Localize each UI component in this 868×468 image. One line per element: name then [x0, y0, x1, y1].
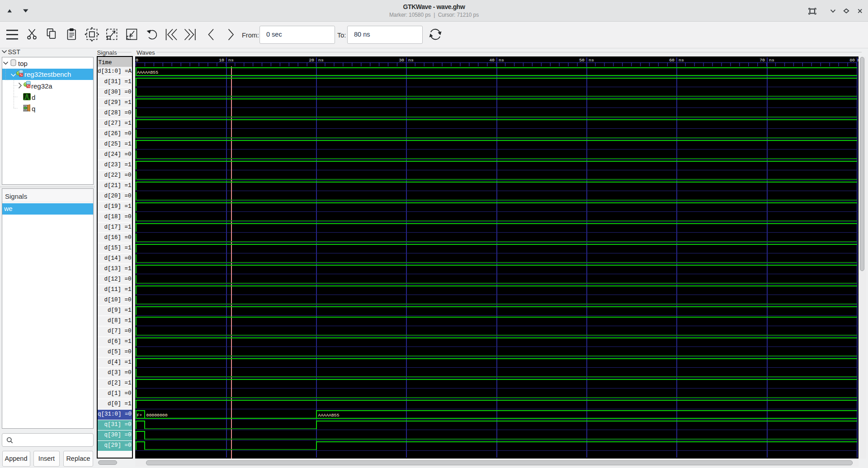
svg-text:ns: ns: [679, 58, 684, 63]
svg-text:AAAAAB55: AAAAAB55: [137, 70, 158, 75]
svg-text:80: 80: [849, 58, 855, 63]
svg-text:40: 40: [489, 58, 495, 63]
svg-text:30: 30: [399, 58, 404, 63]
svg-text:ns: ns: [589, 58, 594, 63]
svg-text:ns: ns: [318, 58, 324, 63]
svg-text:ns: ns: [769, 58, 774, 63]
svg-text:70: 70: [760, 58, 765, 63]
svg-text:10: 10: [219, 58, 224, 63]
svg-text:ns: ns: [408, 58, 414, 63]
svg-text:AAAAAB55: AAAAAB55: [318, 413, 340, 418]
svg-text:20: 20: [309, 58, 314, 63]
svg-text:ns: ns: [228, 58, 234, 63]
svg-text:00000000: 00000000: [146, 413, 168, 418]
svg-text:0: 0: [136, 58, 138, 63]
svg-text:ns: ns: [499, 58, 504, 63]
svg-text:60: 60: [669, 58, 675, 63]
svg-text:F+: F+: [137, 413, 142, 418]
svg-text:50: 50: [579, 58, 585, 63]
